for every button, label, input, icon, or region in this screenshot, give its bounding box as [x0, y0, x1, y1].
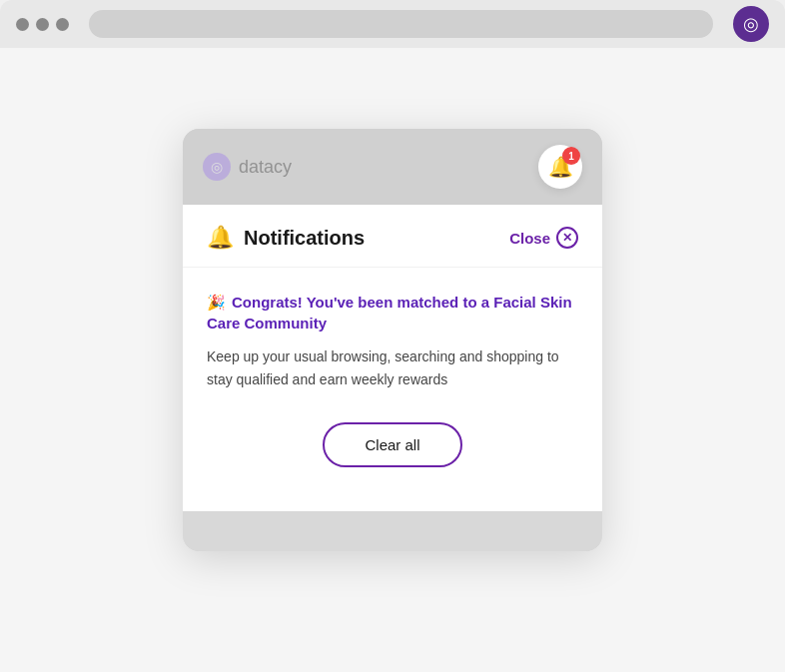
- app-logo: ◎ datacy: [203, 153, 292, 181]
- notification-panel: 🔔 Notifications Close ✕ 🎉Congrats! You'v…: [183, 205, 602, 511]
- notification-panel-header: 🔔 Notifications Close ✕: [183, 205, 602, 268]
- notification-message-body: Keep up your usual browsing, searching a…: [207, 345, 578, 390]
- traffic-light-close[interactable]: [16, 18, 29, 31]
- app-panel: ◎ datacy 🔔 1 🔔 Notifications Close ✕: [183, 129, 602, 551]
- logo-icon: ◎: [203, 153, 231, 181]
- close-circle-icon: ✕: [556, 227, 578, 249]
- close-notifications-button[interactable]: Close ✕: [509, 227, 578, 249]
- traffic-light-maximize[interactable]: [56, 18, 69, 31]
- clear-all-button[interactable]: Clear all: [323, 422, 461, 467]
- notification-item: 🎉Congrats! You've been matched to a Faci…: [183, 268, 602, 511]
- browser-chrome: ◎: [0, 0, 785, 48]
- traffic-light-minimize[interactable]: [36, 18, 49, 31]
- notification-message-title: 🎉Congrats! You've been matched to a Faci…: [207, 292, 578, 334]
- notification-emoji: 🎉: [207, 294, 226, 311]
- notification-title-bell-icon: 🔔: [207, 225, 234, 251]
- traffic-lights: [16, 18, 69, 31]
- notification-badge: 1: [562, 147, 580, 165]
- page-content: ◎ datacy 🔔 1 🔔 Notifications Close ✕: [0, 48, 785, 672]
- logo-text: datacy: [239, 157, 292, 178]
- app-header: ◎ datacy 🔔 1: [183, 129, 602, 205]
- notification-title-group: 🔔 Notifications: [207, 225, 365, 251]
- address-bar[interactable]: [89, 10, 713, 38]
- close-label: Close: [509, 230, 550, 247]
- notification-panel-title: Notifications: [244, 227, 365, 250]
- notification-bell-button[interactable]: 🔔 1: [538, 145, 582, 189]
- browser-favicon-icon: ◎: [733, 6, 769, 42]
- panel-bottom: [183, 511, 602, 551]
